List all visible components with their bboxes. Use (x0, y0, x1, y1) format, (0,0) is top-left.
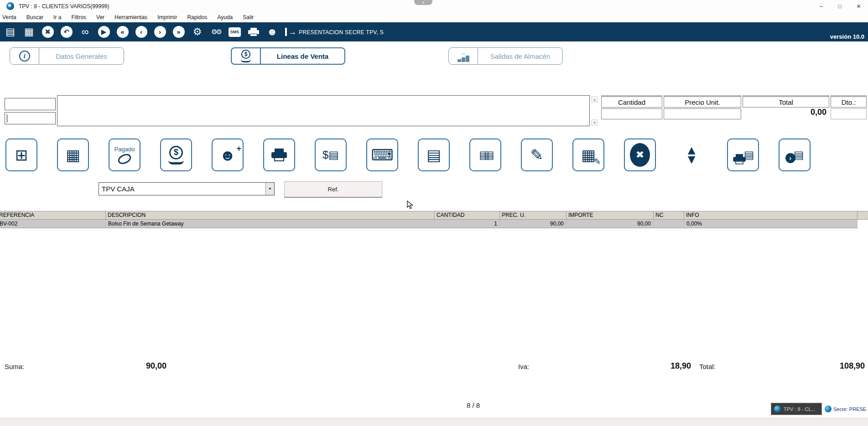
exit-icon[interactable]: → (281, 28, 300, 36)
version-label: versión 10.0 (830, 33, 864, 40)
table-header-row: REFERENCIA DESCRIPCION CANTIDAD PREC. U.… (0, 211, 868, 220)
menu-ir-a[interactable]: Ir a (48, 12, 66, 22)
stamp-icon (116, 152, 133, 166)
cell-descripcion: Bolso Fin de Semana Getaway (106, 220, 435, 228)
cell-info: 0,00% (684, 220, 858, 228)
cell-nc (654, 220, 684, 228)
touch-keyboard-button[interactable]: ⌨ (366, 139, 398, 171)
search-binoculars-icon[interactable]: ∞ (76, 26, 94, 38)
tab-datos-generales[interactable]: i Datos Generales (10, 47, 124, 65)
code-field[interactable] (5, 98, 56, 110)
text-caret (7, 114, 7, 123)
undo-icon[interactable]: ↶ (57, 26, 76, 38)
close-button[interactable]: ✕ (849, 0, 868, 12)
window-title: TPV : 8 - CLIENTES VARIOS(99999) (19, 3, 109, 10)
cell-prec-u: 90,00 (500, 220, 567, 228)
menu-rapidos[interactable]: Rapidos (182, 12, 212, 22)
pagado-label: Pagado (114, 146, 135, 153)
capture-notch[interactable]: ∨ (414, 0, 432, 5)
save-changes-button[interactable]: ▦ ✎ (572, 139, 604, 171)
minimize-button[interactable]: – (812, 0, 831, 12)
iva-value: 18,90 (629, 361, 691, 371)
run-icon[interactable]: ▶ (94, 26, 113, 38)
menu-ver[interactable]: Ver (91, 12, 109, 22)
precio-unit-input[interactable] (664, 108, 741, 119)
processes-gears-icon[interactable]: ⚙⚙ (207, 28, 225, 36)
col-filler (858, 211, 868, 220)
tab-lineas-de-venta[interactable]: $ Lineas de Venta (231, 47, 345, 65)
mark-paid-button[interactable]: Pagado (109, 139, 140, 171)
title-bar: TPV : 8 - CLIENTES VARIOS(99999) ∨ – □ ✕ (0, 0, 868, 12)
dto-header: Dto.: (831, 95, 867, 108)
move-updown-button[interactable]: ▲ ▼ (676, 139, 707, 171)
menu-ayuda[interactable]: Ayuda (212, 12, 238, 22)
taskbar-secondary-window[interactable]: Secre: PRESE... (824, 403, 868, 415)
grand-total-value: 108,90 (794, 361, 865, 371)
table-row[interactable]: BV-002 Bolso Fin de Semana Getaway 1 90,… (0, 220, 868, 228)
calculator-button[interactable]: ⊞ (5, 139, 37, 171)
col-cantidad[interactable]: CANTIDAD (435, 211, 500, 220)
price-display-button[interactable]: $▤ (315, 139, 347, 171)
col-descripcion[interactable]: DESCRIPCION (106, 211, 435, 220)
taskbar-active-window[interactable]: TPV : 8 - CL... (771, 403, 822, 415)
menu-filtros[interactable]: Filtros (66, 12, 91, 22)
main-toolbar: ▤ ▦ ✖ ↶ ∞ ▶ « ‹ › » ⚙ ⚙⚙ SMS ☻ → PRESENT… (0, 22, 868, 41)
spin-up-button[interactable]: ▲ (591, 96, 598, 103)
cancel-icon[interactable]: ✖ (38, 26, 57, 38)
menu-herramientas[interactable]: Herramientas (109, 12, 152, 22)
chevron-down-icon[interactable]: ▼ (265, 183, 274, 195)
tab-salidas-de-almacen[interactable]: → Salidas de Almacén (448, 47, 563, 65)
printer-icon (271, 149, 287, 161)
tab-label: Salidas de Almacén (478, 48, 562, 64)
menu-venta[interactable]: Venta (0, 12, 21, 22)
col-importe[interactable]: IMPORTE (567, 211, 654, 220)
page-indicator: 8 / 8 (467, 401, 480, 409)
ref-button[interactable]: Ref. (284, 181, 382, 198)
first-record-icon[interactable]: « (113, 26, 132, 38)
print-ticket-button[interactable]: ▤ (727, 139, 759, 171)
taskbar-strip (0, 418, 868, 426)
edit-line-button[interactable]: ✎ (521, 139, 553, 171)
add-customer-button[interactable]: ☻ + (212, 139, 244, 171)
save-icon[interactable]: ▦ (20, 26, 38, 38)
menu-salir[interactable]: Salir (238, 12, 259, 22)
col-referencia[interactable]: REFERENCIA (0, 211, 106, 220)
maximize-button[interactable]: □ (831, 0, 849, 12)
cell-cantidad: 1 (435, 220, 500, 228)
cantidad-input[interactable] (601, 108, 662, 119)
new-document-icon[interactable]: ▤ (1, 26, 20, 38)
cash-register-button[interactable]: ▦ (57, 139, 89, 171)
tpv-combo[interactable]: TPV CAJA ▼ (99, 182, 275, 195)
sms-icon[interactable]: SMS (225, 27, 244, 37)
charge-payment-button[interactable]: $ (160, 139, 192, 171)
total-label: Total: (699, 363, 716, 370)
support-agent-icon[interactable]: ☻ (263, 26, 281, 38)
menu-buscar[interactable]: Buscar (21, 12, 48, 22)
document-button[interactable]: ▤ (418, 139, 450, 171)
copy-document-button[interactable]: ▤▤ (469, 139, 501, 171)
cantidad-header: Cantidad (601, 95, 662, 108)
spin-down-button[interactable]: ▼ (591, 119, 598, 126)
last-record-icon[interactable]: » (169, 26, 188, 38)
tpv-window: TPV : 8 - CLIENTES VARIOS(99999) ∨ – □ ✕… (0, 0, 868, 426)
description-field[interactable] (57, 95, 590, 126)
total-value: 0,00 (743, 108, 826, 117)
previous-record-icon[interactable]: ‹ (132, 26, 151, 38)
hand-coin-icon: $ (241, 50, 251, 62)
triangle-down-icon: ▼ (685, 155, 698, 164)
dto-input[interactable] (831, 108, 867, 119)
next-ticket-button[interactable]: › ▤ (779, 139, 811, 171)
col-info[interactable]: INFO (684, 211, 858, 220)
iva-label: Iva: (518, 363, 529, 370)
col-nc[interactable]: NC (654, 211, 684, 220)
reference-field[interactable] (5, 112, 56, 124)
cancel-sale-button[interactable]: ✖ (624, 139, 656, 171)
next-record-icon[interactable]: › (151, 26, 169, 38)
menu-imprimir[interactable]: Imprimir (152, 12, 182, 22)
tab-label: Datos Generales (39, 48, 124, 64)
print-icon[interactable] (244, 28, 263, 36)
col-prec-u[interactable]: PREC. U. (500, 211, 567, 220)
print-button[interactable] (263, 139, 295, 171)
person-plus-icon: ☻ + (219, 147, 236, 163)
settings-gear-icon[interactable]: ⚙ (188, 26, 207, 38)
